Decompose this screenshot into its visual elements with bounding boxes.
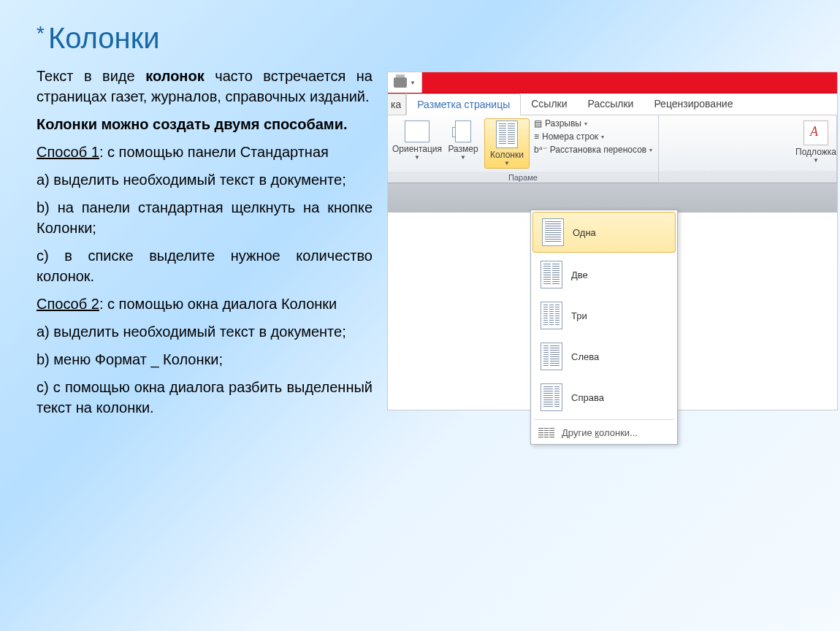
document-area: Одна Две Три Слева Справа Другие колон xyxy=(388,213,837,410)
method1-step-b: b) на панели стандартная щелкнуть на кно… xyxy=(37,197,373,238)
right-column-icon xyxy=(541,383,562,411)
bullet-star-icon: * xyxy=(37,22,45,45)
slide-title: Колонки xyxy=(48,22,160,54)
tab-mailings[interactable]: Рассылки xyxy=(578,93,644,115)
columns-button[interactable]: Колонки▼ xyxy=(484,118,530,169)
watermark-button[interactable]: Подложка▼ xyxy=(791,118,840,166)
breaks-button[interactable]: ▤Разрывы ▾ xyxy=(534,118,652,129)
line-numbers-icon: ≡ xyxy=(534,131,539,142)
one-column-icon xyxy=(542,218,564,246)
ribbon-tabs: ка Разметка страницы Ссылки Рассылки Рец… xyxy=(388,93,837,115)
method1-step-c: c) в списке выделите нужное количество к… xyxy=(37,245,373,286)
method2-step-b: b) меню Формат _ Колонки; xyxy=(37,349,373,370)
slide-title-row: *Колонки xyxy=(37,22,811,55)
word-screenshot: ▼ ка Разметка страницы Ссылки Рассылки Р… xyxy=(387,72,838,410)
tab-references[interactable]: Ссылки xyxy=(521,93,577,115)
method1-heading: Способ 1: с помощью панели Стандартная xyxy=(37,142,373,162)
three-column-icon xyxy=(541,302,562,329)
columns-option-right[interactable]: Справа xyxy=(531,377,677,418)
orientation-icon xyxy=(405,121,429,142)
print-icon[interactable] xyxy=(394,77,407,88)
left-column-icon xyxy=(541,343,562,370)
intro-paragraph: Текст в виде колонок часто встречается н… xyxy=(37,66,373,107)
columns-option-left[interactable]: Слева xyxy=(531,336,677,377)
method2-step-a: a) выделить необходимый текст в документ… xyxy=(37,321,373,342)
group-caption-params: Параме xyxy=(388,172,658,183)
method2-step-c: c) с помощью окна диалога разбить выделе… xyxy=(37,377,373,418)
columns-option-three[interactable]: Три xyxy=(531,295,677,336)
method2-heading: Способ 2: с помощью окна диалога Колонки xyxy=(37,294,373,314)
group-caption-bg xyxy=(659,171,836,183)
size-icon xyxy=(455,121,471,142)
qat-dropdown-icon[interactable]: ▼ xyxy=(410,80,416,86)
watermark-icon xyxy=(803,121,828,145)
ribbon: Ориентация▼ Размер▼ Колонки▼ ▤Разрывы ▾ … xyxy=(388,115,837,183)
more-columns-icon xyxy=(538,428,554,438)
tab-prev-cut[interactable]: ка xyxy=(388,93,406,115)
hyphenation-icon: bᵃ⁻ xyxy=(534,145,547,155)
line-numbers-button[interactable]: ≡Номера строк ▾ xyxy=(534,131,652,142)
columns-option-more[interactable]: Другие колонки... xyxy=(531,421,677,444)
ruler-area xyxy=(388,183,837,213)
columns-icon xyxy=(496,121,518,148)
tab-review[interactable]: Рецензирование xyxy=(644,93,743,115)
orientation-button[interactable]: Ориентация▼ xyxy=(392,118,442,163)
columns-dropdown: Одна Две Три Слева Справа Другие колон xyxy=(530,210,678,445)
two-column-icon xyxy=(541,261,562,288)
method1-step-a: a) выделить необходимый текст в документ… xyxy=(37,169,373,190)
title-bar xyxy=(388,72,837,93)
methods-heading: Колонки можно создать двумя способами. xyxy=(37,114,373,134)
size-button[interactable]: Размер▼ xyxy=(443,118,483,163)
slide-body: Текст в виде колонок часто встречается н… xyxy=(37,66,373,418)
columns-option-two[interactable]: Две xyxy=(531,254,677,295)
quick-access-toolbar: ▼ xyxy=(388,72,422,93)
columns-option-one[interactable]: Одна xyxy=(532,212,676,253)
breaks-icon: ▤ xyxy=(534,118,542,129)
hyphenation-button[interactable]: bᵃ⁻Расстановка переносов ▾ xyxy=(534,145,652,155)
dropdown-separator xyxy=(534,419,674,420)
tab-page-layout[interactable]: Разметка страницы xyxy=(406,93,521,115)
